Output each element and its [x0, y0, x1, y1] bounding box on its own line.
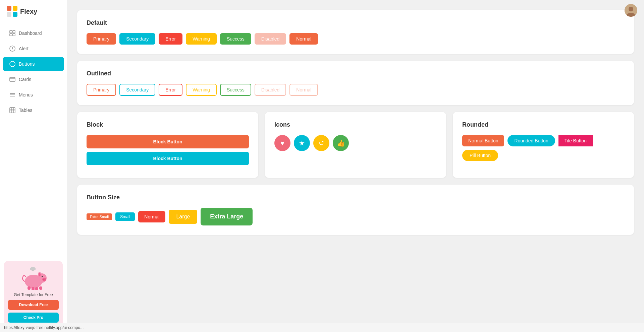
btn-tile[interactable]: Tile Button: [558, 135, 593, 146]
svg-point-30: [42, 276, 43, 276]
svg-point-28: [44, 279, 45, 280]
default-title: Default: [87, 19, 625, 26]
promo-title: Get Template for Free: [14, 292, 53, 297]
svg-point-10: [12, 50, 13, 50]
btn-outlined-disabled: Disabled: [255, 84, 286, 96]
icon-btn-refresh[interactable]: ↺: [313, 135, 329, 151]
svg-rect-17: [10, 108, 15, 113]
btn-primary[interactable]: Primary: [87, 33, 116, 45]
logo-icon: [7, 6, 17, 17]
icon-buttons: ♥ ★ ↺ 👍: [274, 135, 437, 151]
btn-extra-small[interactable]: Extra Small: [87, 213, 112, 220]
outlined-buttons: Primary Secondary Error Warning Success …: [87, 84, 625, 96]
svg-point-38: [629, 7, 633, 11]
btn-normal-rounded[interactable]: Normal Button: [462, 135, 504, 146]
btn-outlined-error[interactable]: Error: [159, 84, 182, 96]
svg-rect-1: [13, 6, 17, 11]
sizes-section: Button Size Extra Small Small Normal Lar…: [77, 185, 634, 235]
promo-card: Get Template for Free Download Free Chec…: [4, 261, 63, 328]
sidebar-item-label: Menus: [19, 92, 33, 97]
promo-pig-illustration: [20, 266, 47, 290]
btn-large[interactable]: Large: [169, 210, 197, 224]
svg-point-11: [10, 61, 15, 67]
block-btn-primary[interactable]: Block Button: [87, 135, 249, 148]
btn-outlined-warning[interactable]: Warning: [186, 84, 217, 96]
sidebar-item-dashboard[interactable]: Dashboard: [3, 26, 64, 40]
btn-outlined-secondary[interactable]: Secondary: [119, 84, 155, 96]
app-name: Flexy: [20, 8, 37, 15]
rounded-buttons: Normal Button Rounded Button Tile Button…: [462, 135, 625, 161]
sidebar-item-menus[interactable]: Menus: [3, 88, 64, 102]
svg-rect-36: [39, 286, 42, 290]
sidebar: Flexy Dashboard: [0, 0, 67, 332]
rounded-section: Rounded Normal Button Rounded Button Til…: [453, 112, 634, 178]
default-section: Default Primary Secondary Error Warning …: [77, 10, 634, 54]
svg-rect-5: [13, 30, 15, 33]
default-buttons: Primary Secondary Error Warning Success …: [87, 33, 625, 45]
size-buttons: Extra Small Small Normal Large Extra Lar…: [87, 208, 625, 225]
svg-rect-35: [35, 287, 38, 290]
sidebar-item-label: Buttons: [19, 61, 35, 67]
svg-rect-2: [7, 12, 11, 17]
btn-pill[interactable]: Pill Button: [462, 150, 498, 161]
svg-rect-33: [28, 286, 31, 290]
check-pro-button[interactable]: Check Pro: [8, 313, 59, 323]
top-bar: [618, 0, 644, 21]
btn-extra-large[interactable]: Extra Large: [201, 208, 253, 225]
main-content: Default Primary Secondary Error Warning …: [67, 0, 644, 245]
block-section: Block Block Button Block Button: [77, 112, 258, 178]
avatar[interactable]: [625, 4, 637, 17]
btn-outlined-success[interactable]: Success: [220, 84, 251, 96]
icons-section: Icons ♥ ★ ↺ 👍: [265, 112, 446, 178]
icon-btn-star[interactable]: ★: [294, 135, 310, 151]
icon-btn-heart[interactable]: ♥: [274, 135, 290, 151]
status-bar: https://flexy-vuejs-free.netlify.app/ui-…: [0, 323, 644, 332]
btn-outlined-primary[interactable]: Primary: [87, 84, 116, 96]
svg-point-23: [30, 267, 36, 270]
svg-rect-4: [10, 30, 12, 33]
svg-point-32: [39, 273, 41, 276]
tables-icon: [9, 107, 15, 113]
btn-rounded[interactable]: Rounded Button: [507, 135, 555, 146]
rounded-title: Rounded: [462, 121, 625, 128]
svg-point-26: [42, 278, 46, 281]
svg-rect-7: [13, 34, 15, 36]
menus-icon: [9, 92, 15, 98]
logo: Flexy: [0, 0, 67, 23]
svg-rect-3: [13, 12, 17, 17]
svg-point-27: [43, 279, 44, 280]
sidebar-item-label: Tables: [19, 108, 32, 113]
svg-rect-12: [10, 77, 15, 81]
sidebar-item-label: Alert: [19, 46, 29, 51]
block-btn-secondary[interactable]: Block Button: [87, 152, 249, 165]
status-url: https://flexy-vuejs-free.netlify.app/ui-…: [4, 325, 84, 330]
sidebar-item-buttons[interactable]: Buttons: [3, 57, 64, 71]
btn-secondary[interactable]: Secondary: [119, 33, 155, 45]
btn-warning[interactable]: Warning: [186, 33, 217, 45]
svg-rect-0: [7, 6, 11, 11]
icons-title: Icons: [274, 121, 437, 128]
btn-normal[interactable]: Normal: [289, 33, 318, 45]
icon-btn-thumbsup[interactable]: 👍: [333, 135, 349, 151]
dashboard-icon: [9, 30, 15, 36]
sizes-title: Button Size: [87, 194, 625, 201]
three-col-row: Block Block Button Block Button Icons ♥ …: [77, 112, 634, 178]
sidebar-navigation: Dashboard Alert Buttons: [0, 23, 67, 257]
btn-error[interactable]: Error: [159, 33, 182, 45]
svg-rect-34: [32, 287, 35, 290]
svg-rect-6: [10, 34, 12, 36]
alert-icon: [9, 46, 15, 52]
download-free-button[interactable]: Download Free: [8, 300, 59, 310]
btn-normal[interactable]: Normal: [138, 211, 165, 222]
btn-outlined-normal[interactable]: Normal: [289, 84, 318, 96]
buttons-icon: [9, 61, 15, 67]
svg-point-29: [42, 276, 43, 277]
block-title: Block: [87, 121, 249, 128]
cards-icon: [9, 76, 15, 82]
btn-small[interactable]: Small: [115, 212, 135, 221]
sidebar-item-alert[interactable]: Alert: [3, 42, 64, 56]
sidebar-item-cards[interactable]: Cards: [3, 72, 64, 86]
outlined-section: Outlined Primary Secondary Error Warning…: [77, 61, 634, 105]
sidebar-item-tables[interactable]: Tables: [3, 103, 64, 117]
btn-success[interactable]: Success: [220, 33, 251, 45]
